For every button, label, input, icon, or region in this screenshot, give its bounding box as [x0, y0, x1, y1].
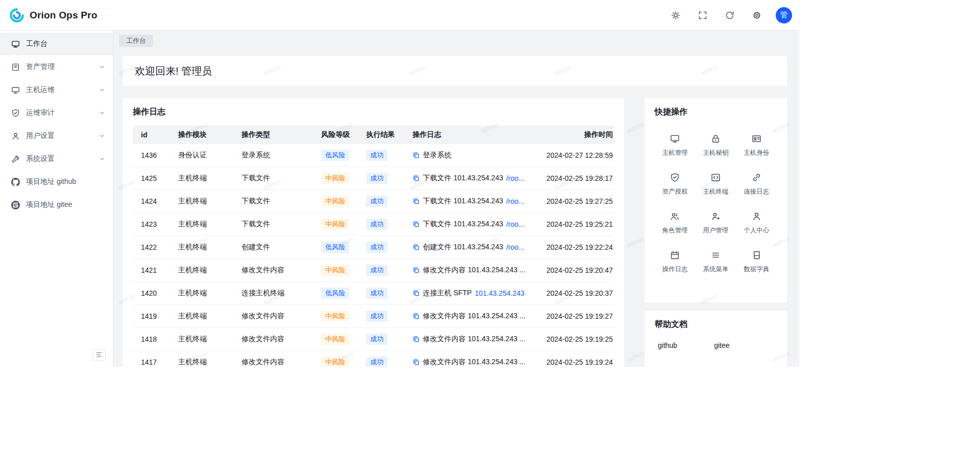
- copy-icon[interactable]: [413, 198, 420, 205]
- risk-badge: 中风险: [321, 311, 349, 322]
- sidebar-item-asset[interactable]: 资产管理: [0, 56, 113, 78]
- table-row[interactable]: 1425 主机终端 下载文件 中风险 成功 下载文件 101.43.254.24…: [133, 167, 614, 190]
- copy-icon[interactable]: [413, 290, 420, 297]
- result-badge: 成功: [366, 173, 388, 184]
- table-row[interactable]: 1420 主机终端 连接主机终端 低风险 成功 连接主机 SFTP 101.43…: [133, 282, 614, 305]
- log-text: 修改文件内容 101.43.254.243 ...: [423, 358, 525, 367]
- sidebar-item-gitee[interactable]: 项目地址 gitee: [0, 194, 113, 216]
- table-row[interactable]: 1423 主机终端 下载文件 中风险 成功 下载文件 101.43.254.24…: [133, 213, 614, 236]
- quick-action-role-manage[interactable]: 角色管理: [655, 211, 696, 235]
- cell-type: 连接主机终端: [233, 289, 313, 298]
- table-row[interactable]: 1419 主机终端 修改文件内容 中风险 成功 修改文件内容 101.43.25…: [133, 305, 614, 328]
- topbar-buttons: [667, 7, 765, 23]
- breadcrumb-tab-workbench[interactable]: 工作台: [119, 35, 153, 47]
- help-docs-title: 帮助文档: [655, 319, 777, 330]
- quick-action-terminal[interactable]: 主机终端: [696, 173, 736, 196]
- fullscreen-icon: [698, 11, 707, 20]
- quick-action-connect-log[interactable]: 连接日志: [736, 173, 777, 196]
- copy-icon[interactable]: [413, 244, 420, 251]
- fullscreen-button[interactable]: [695, 7, 711, 23]
- log-link[interactable]: /roo...: [506, 197, 524, 205]
- cell-time: 2024-02-25 19:20:37: [532, 289, 614, 297]
- menu-fold-icon: [95, 351, 103, 360]
- app-title: Orion Ops Pro: [30, 10, 97, 21]
- sidebar-collapse-button[interactable]: [92, 349, 106, 361]
- settings-button[interactable]: [749, 7, 765, 23]
- copy-icon[interactable]: [413, 221, 420, 228]
- risk-badge: 中风险: [321, 173, 349, 184]
- sidebar-item-host-ops[interactable]: 主机运维: [0, 79, 113, 101]
- log-link[interactable]: /roo...: [506, 243, 524, 251]
- quick-action-host-key[interactable]: 主机秘钥: [696, 134, 736, 157]
- log-link[interactable]: /roo...: [506, 220, 524, 228]
- system-menu-icon: [711, 250, 721, 260]
- column-header: 操作类型: [233, 130, 313, 139]
- cell-module: 主机终端: [170, 358, 233, 367]
- quick-action-host-manage[interactable]: 主机管理: [655, 134, 696, 157]
- sidebar-item-audit[interactable]: 运维审计: [0, 102, 113, 124]
- chevron-down-icon: [99, 86, 106, 93]
- copy-icon[interactable]: [413, 336, 420, 343]
- log-table-body: 1436 身份认证 登录系统 低风险 成功 登录系统 2024-02-27 12…: [133, 144, 614, 367]
- cell-module: 主机终端: [170, 289, 233, 298]
- refresh-button[interactable]: [722, 7, 738, 23]
- log-text: 下载文件 101.43.254.243: [423, 220, 503, 229]
- result-badge: 成功: [366, 288, 388, 299]
- table-row[interactable]: 1418 主机终端 修改文件内容 中风险 成功 修改文件内容 101.43.25…: [133, 328, 614, 351]
- cell-time: 2024-02-25 19:19:24: [532, 358, 614, 366]
- cell-type: 下载文件: [233, 220, 313, 229]
- quick-action-user-manage[interactable]: 用户管理: [696, 211, 736, 235]
- log-link[interactable]: 101.43.254.243: [475, 289, 524, 297]
- copy-icon[interactable]: [413, 313, 420, 320]
- quick-action-asset-grant[interactable]: 资产授权: [655, 173, 696, 196]
- quick-action-host-identity[interactable]: 主机身份: [736, 134, 777, 157]
- theme-toggle-button[interactable]: [667, 7, 684, 23]
- sidebar-item-github[interactable]: 项目地址 github: [0, 171, 113, 193]
- quick-action-system-menu[interactable]: 系统菜单: [696, 250, 736, 274]
- quick-action-profile[interactable]: 个人中心: [736, 211, 777, 235]
- result-badge: 成功: [366, 150, 388, 161]
- cell-module: 主机终端: [170, 174, 233, 183]
- risk-badge: 中风险: [321, 265, 349, 276]
- topbar: Orion Ops Pro 管: [0, 0, 799, 31]
- welcome-text: 欢迎回来! 管理员: [135, 64, 212, 78]
- cell-time: 2024-02-25 19:19:25: [532, 335, 614, 343]
- table-row[interactable]: 1436 身份认证 登录系统 低风险 成功 登录系统 2024-02-27 12…: [133, 144, 614, 167]
- copy-icon[interactable]: [413, 152, 420, 159]
- quick-action-operation-log[interactable]: 操作日志: [655, 250, 696, 274]
- table-row[interactable]: 1417 主机终端 修改文件内容 中风险 成功 修改文件内容 101.43.25…: [133, 351, 614, 367]
- quick-actions-title: 快捷操作: [655, 106, 777, 117]
- cell-type: 修改文件内容: [233, 358, 313, 367]
- log-text: 修改文件内容 101.43.254.243 ...: [423, 335, 525, 344]
- log-link[interactable]: /roo...: [506, 174, 524, 182]
- host-key-icon: [711, 134, 721, 144]
- system-settings-icon: [11, 155, 20, 163]
- cell-time: 2024-02-25 19:19:27: [532, 312, 614, 320]
- cell-time: 2024-02-25 19:27:25: [532, 197, 614, 205]
- risk-badge: 中风险: [321, 196, 349, 207]
- copy-icon[interactable]: [413, 359, 420, 366]
- cell-time: 2024-02-25 19:22:24: [532, 243, 614, 251]
- help-link-gitee[interactable]: gitee: [714, 341, 729, 349]
- cell-id: 1422: [133, 243, 170, 251]
- cell-id: 1425: [133, 174, 170, 182]
- copy-icon[interactable]: [413, 175, 420, 182]
- connect-log-icon: [752, 173, 761, 182]
- sidebar-item-system-settings[interactable]: 系统设置: [0, 148, 113, 170]
- cell-time: 2024-02-27 12:28:59: [532, 151, 614, 159]
- user-avatar[interactable]: 管: [776, 7, 792, 23]
- operation-log-title: 操作日志: [133, 106, 614, 117]
- sidebar-item-user-settings[interactable]: 用户设置: [0, 125, 113, 147]
- risk-badge: 中风险: [321, 357, 349, 367]
- copy-icon[interactable]: [413, 267, 420, 274]
- sidebar-item-workbench[interactable]: 工作台: [0, 33, 113, 55]
- help-link-github[interactable]: github: [658, 341, 677, 349]
- table-row[interactable]: 1421 主机终端 修改文件内容 中风险 成功 修改文件内容 101.43.25…: [133, 259, 614, 282]
- result-badge: 成功: [366, 196, 388, 207]
- quick-action-data-dict[interactable]: 数据字典: [736, 250, 777, 274]
- cell-module: 主机终端: [170, 197, 233, 206]
- table-row[interactable]: 1422 主机终端 创建文件 低风险 成功 创建文件 101.43.254.24…: [133, 236, 614, 259]
- column-header: 执行结果: [358, 130, 404, 139]
- table-row[interactable]: 1424 主机终端 下载文件 中风险 成功 下载文件 101.43.254.24…: [133, 190, 614, 213]
- column-header: 操作日志: [404, 130, 532, 139]
